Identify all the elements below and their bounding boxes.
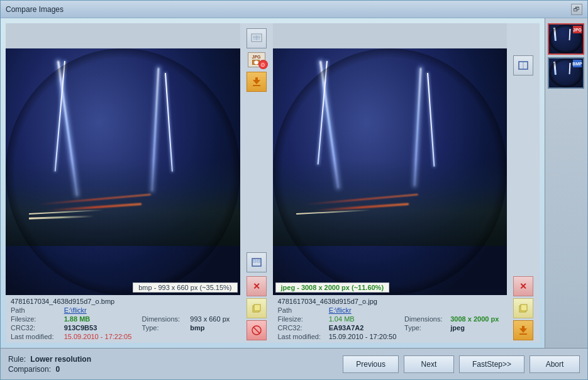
abort-button[interactable]: Abort [530, 355, 580, 373]
right-dimensions-badge: jpeg - 3008 x 2000 px (~11.60%) [275, 282, 390, 293]
right-image [273, 48, 508, 295]
right-action-controls: ✕ [507, 23, 540, 343]
right-filesize-value: 1.04 MB [329, 315, 399, 323]
left-image [6, 48, 240, 295]
left-type-value: bmp [190, 324, 235, 332]
right-path-label: Path [278, 306, 324, 314]
left-image-display: bmp - 993 x 660 px (~35.15%) [6, 48, 240, 295]
svg-marker-4 [253, 77, 260, 84]
comparison-row: Comparison: 0 [8, 365, 91, 374]
left-path-label: Path [11, 306, 59, 314]
right-crc-value: EA93A7A2 [329, 324, 399, 332]
right-file-info: 4781617034_4638d915d7_o.jpg Path E:\flic… [273, 295, 508, 343]
download-right-button[interactable] [513, 320, 533, 340]
svg-rect-18 [519, 333, 527, 335]
left-dimensions-badge: bmp - 993 x 660 px (~35.15%) [133, 282, 237, 293]
skip-button[interactable] [247, 320, 267, 340]
left-filesize-value: 1.88 MB [64, 315, 137, 323]
left-file-info: 4781617034_4638d915d7_o.bmp Path E:\flic… [6, 295, 240, 343]
svg-rect-10 [254, 305, 260, 311]
delete-right-button[interactable]: ✕ [513, 276, 533, 296]
copy-right-button[interactable] [513, 298, 533, 318]
right-type-value: jpeg [450, 324, 502, 332]
left-dim-value: 993 x 660 px [190, 315, 235, 323]
svg-rect-8 [257, 260, 260, 262]
image-info-button[interactable] [247, 28, 267, 48]
right-image-display: jpeg - 3008 x 2000 px (~11.60%) [273, 48, 508, 295]
right-dim-value: 3008 x 2000 px [450, 315, 502, 323]
thumbnail-panel: JPG BMP [545, 18, 587, 348]
jpeg-icon-btn[interactable]: JPG ⬤ ⊙ [248, 52, 265, 67]
window-title: Compare Images [6, 5, 64, 14]
next-button[interactable]: Next [404, 355, 454, 373]
comparison-value: 0 [55, 365, 60, 374]
bottom-bar: Rule: Lower resolution Comparison: 0 Pre… [1, 348, 587, 379]
left-dim-label: Dimensions: [142, 315, 186, 323]
right-filesize-label: Filesize: [278, 315, 324, 323]
left-path-value[interactable]: E:\flickr [64, 306, 137, 314]
faststep-button[interactable]: FastStep>> [459, 355, 524, 373]
images-area: bmp - 993 x 660 px (~35.15%) 4781617034_… [6, 23, 540, 343]
controls-column: JPG ⬤ ⊙ [240, 23, 273, 343]
rule-value: Lower resolution [30, 355, 91, 364]
right-modified-label: Last modified: [278, 333, 324, 340]
delete-left-button[interactable]: ✕ [247, 276, 267, 296]
right-filename: 4781617034_4638d915d7_o.jpg [278, 298, 502, 305]
svg-rect-7 [253, 260, 256, 262]
right-type-label: Type: [404, 324, 445, 332]
previous-button[interactable]: Previous [343, 355, 399, 373]
thumbnail-1[interactable]: JPG [548, 23, 584, 55]
svg-line-12 [253, 327, 260, 333]
left-modified-value: 15.09.2010 - 17:22:05 [64, 333, 137, 340]
restore-button[interactable]: 🗗 [571, 4, 582, 15]
thumbnail-2[interactable]: BMP [548, 57, 584, 89]
rule-row: Rule: Lower resolution [8, 355, 91, 364]
download-left-button[interactable] [247, 72, 267, 92]
main-window: Compare Images 🗗 [0, 0, 588, 380]
rule-label: Rule: [8, 355, 26, 364]
copy-button[interactable] [247, 298, 267, 318]
svg-marker-17 [519, 326, 527, 333]
fit-view-button[interactable] [247, 252, 267, 272]
right-path-value[interactable]: E:\flickr [329, 306, 399, 314]
left-crc-value: 913C9B53 [64, 324, 137, 332]
right-modified-value: 15.09.2010 - 17:20:50 [329, 333, 399, 340]
main-content: bmp - 993 x 660 px (~35.15%) 4781617034_… [1, 18, 587, 348]
right-dim-label: Dimensions: [404, 315, 445, 323]
bottom-left: Rule: Lower resolution Comparison: 0 [8, 355, 91, 374]
left-filesize-label: Filesize: [11, 315, 59, 323]
left-filename: 4781617034_4638d915d7_o.bmp [11, 298, 235, 305]
compare-view-button[interactable] [513, 55, 533, 75]
left-crc-label: CRC32: [11, 324, 59, 332]
right-toolbar [273, 23, 508, 48]
svg-rect-5 [253, 85, 260, 86]
comparison-label: Comparison: [8, 365, 51, 374]
svg-rect-16 [521, 305, 527, 311]
left-toolbar [6, 23, 240, 48]
right-column: jpeg - 3008 x 2000 px (~11.60%) 47816170… [273, 23, 508, 343]
left-modified-label: Last modified: [11, 333, 59, 340]
navigation-buttons: Previous Next FastStep>> Abort [343, 355, 580, 373]
left-type-label: Type: [142, 324, 186, 332]
title-bar: Compare Images 🗗 [1, 1, 587, 18]
center-panel: bmp - 993 x 660 px (~35.15%) 4781617034_… [1, 18, 545, 348]
left-column: bmp - 993 x 660 px (~35.15%) 4781617034_… [6, 23, 240, 343]
right-crc-label: CRC32: [278, 324, 324, 332]
